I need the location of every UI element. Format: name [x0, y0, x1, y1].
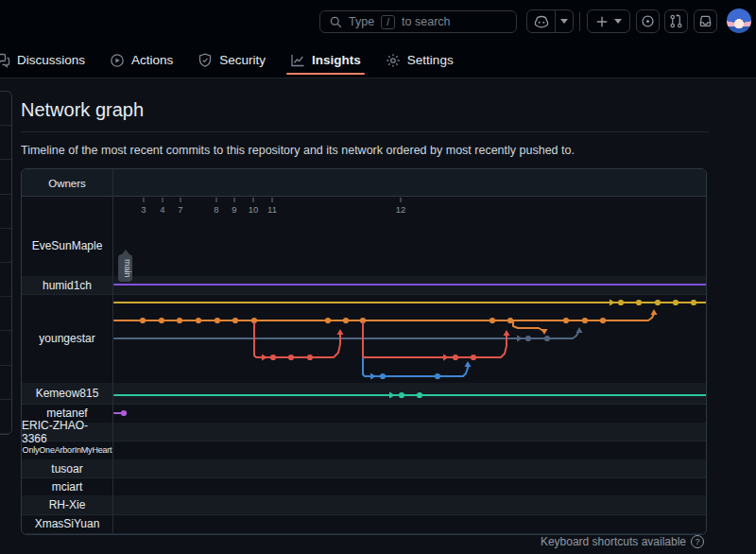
branch-arrow: [443, 355, 449, 361]
commit-dot[interactable]: [490, 318, 495, 323]
insights-content: Network graph Timeline of the most recen…: [0, 78, 756, 554]
branch-arrow: [576, 327, 583, 333]
axis-tick-label: 9: [232, 204, 236, 215]
app-header: Type / to search: [0, 0, 756, 43]
inbox-icon: [698, 14, 713, 28]
commit-dot[interactable]: [471, 355, 476, 360]
search-placeholder-prefix: Type: [349, 15, 374, 28]
search-input[interactable]: Type / to search: [319, 10, 517, 33]
axis-tick-label: 11: [267, 204, 277, 215]
commit-dot[interactable]: [307, 355, 313, 360]
create-new-button[interactable]: [587, 9, 630, 33]
play-icon: [110, 53, 125, 68]
commit-dot[interactable]: [582, 318, 588, 323]
branch-line-orange-line: [114, 314, 654, 320]
tab-security[interactable]: Security: [198, 43, 266, 78]
commit-dot[interactable]: [636, 300, 642, 305]
comment-discussion-icon: [0, 53, 10, 68]
branch-arrow: [610, 300, 615, 306]
keyboard-shortcuts-text: Keyboard shortcuts available: [541, 535, 686, 548]
commit-dot[interactable]: [618, 300, 624, 305]
pull-requests-button[interactable]: [664, 9, 688, 33]
main-branch-tag: main: [118, 254, 132, 282]
issues-button[interactable]: [636, 9, 660, 33]
sidebar-item[interactable]: [0, 92, 11, 126]
tab-settings[interactable]: Settings: [386, 43, 454, 78]
axis-tick-label: 10: [249, 204, 259, 215]
sidebar-item[interactable]: [0, 195, 11, 229]
inbox-button[interactable]: [694, 9, 717, 33]
commit-dot[interactable]: [177, 318, 182, 323]
commit-dot[interactable]: [196, 318, 201, 323]
axis-tick-label: 7: [178, 204, 182, 215]
branch-arrow: [651, 309, 658, 315]
branch-arrow: [504, 330, 510, 336]
commit-dot[interactable]: [453, 355, 458, 360]
sidebar-item[interactable]: [0, 366, 11, 400]
commit-dot[interactable]: [159, 318, 164, 323]
tab-label: Insights: [312, 53, 361, 67]
branch-arrow: [465, 361, 472, 367]
copilot-button[interactable]: [526, 9, 574, 33]
branch-arrow: [370, 373, 376, 380]
sidebar-item[interactable]: [0, 229, 11, 263]
branch-arrow: [262, 355, 267, 361]
insights-sidebar-partial[interactable]: [0, 91, 12, 435]
branch-arrow: [517, 336, 523, 342]
commit-dot[interactable]: [270, 355, 276, 360]
gear-icon: [386, 53, 401, 68]
help-icon: ?: [691, 535, 704, 548]
tab-label: Discussions: [17, 53, 85, 67]
branch-line-red-branch-1: [254, 322, 340, 357]
commit-dot[interactable]: [121, 410, 127, 416]
sidebar-item[interactable]: [0, 400, 11, 434]
commit-dot[interactable]: [140, 318, 146, 323]
commit-dot[interactable]: [215, 318, 220, 323]
git-pull-request-icon: [669, 14, 683, 28]
branch-line-red-branch-2: [363, 322, 507, 357]
commit-dot[interactable]: [525, 336, 531, 341]
sidebar-item[interactable]: [0, 126, 11, 160]
page-description: Timeline of the most recent commits to t…: [21, 144, 575, 157]
tab-insights[interactable]: Insights: [290, 43, 361, 78]
commit-dot[interactable]: [232, 318, 238, 323]
commit-dot[interactable]: [288, 355, 294, 360]
repo-tab-nav: Discussions Actions Security Insights: [0, 43, 756, 78]
commit-dot[interactable]: [343, 318, 349, 323]
sidebar-item[interactable]: [0, 331, 11, 365]
sidebar-item[interactable]: [0, 297, 11, 331]
chevron-down-icon: [614, 19, 622, 24]
search-icon: [330, 16, 342, 28]
axis-tick-label: 8: [214, 204, 218, 215]
commit-dot[interactable]: [673, 300, 679, 305]
commit-dot[interactable]: [325, 318, 331, 323]
commit-dot[interactable]: [435, 373, 440, 379]
branch-arrow: [337, 329, 344, 335]
slash-key-hint: /: [381, 15, 395, 29]
copilot-menu-chevron[interactable]: [556, 19, 573, 24]
commit-dot[interactable]: [600, 318, 606, 323]
shield-icon: [198, 53, 213, 68]
copilot-icon: [527, 10, 556, 32]
network-graph-card: Owners EveSunMaplehumid1chyoungestarKeme…: [21, 168, 707, 535]
tab-discussions[interactable]: Discussions: [0, 43, 85, 78]
commit-dot[interactable]: [417, 392, 422, 398]
branch-line-blue-branch: [363, 358, 468, 376]
commit-dot[interactable]: [399, 392, 404, 398]
keyboard-shortcuts-note[interactable]: Keyboard shortcuts available ?: [541, 535, 704, 548]
commit-dot[interactable]: [655, 300, 661, 305]
graph-icon: [290, 53, 305, 68]
plus-icon: [595, 15, 609, 28]
commit-dot[interactable]: [544, 336, 550, 341]
tab-label: Actions: [131, 53, 173, 67]
avatar[interactable]: [727, 9, 751, 33]
commit-dot[interactable]: [563, 318, 569, 323]
sidebar-item[interactable]: [0, 160, 11, 194]
axis-tick-label: 12: [396, 204, 406, 215]
commit-dot[interactable]: [691, 300, 696, 305]
tab-actions[interactable]: Actions: [110, 43, 173, 78]
sidebar-item[interactable]: [0, 263, 11, 297]
chevron-down-icon: [560, 19, 568, 24]
title-divider: [21, 131, 709, 132]
commit-dot[interactable]: [380, 373, 386, 379]
